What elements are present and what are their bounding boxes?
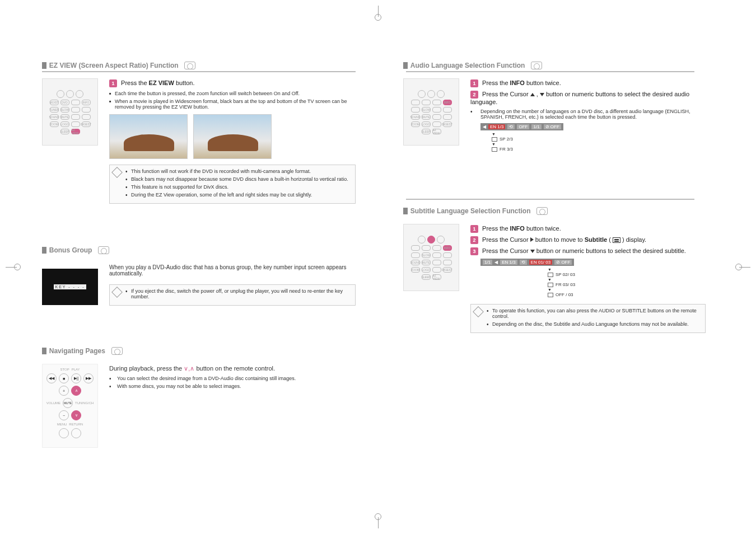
note-icon — [111, 167, 123, 178]
heading-text: Subtitle Language Selection Function — [410, 207, 531, 215]
step-number-icon: 3 — [470, 247, 478, 255]
note-item: If you eject the disc, switch the power … — [125, 288, 351, 299]
info-button-highlight: INFO — [443, 100, 452, 105]
note-box: If you eject the disc, switch the power … — [109, 284, 356, 306]
note-item: During the EZ View operation, some of th… — [125, 192, 351, 198]
step-2: 2 Press the Cursor button to move to Sub… — [470, 236, 706, 244]
heading-text: Bonus Group — [49, 246, 92, 254]
heading-text: Audio Language Selection Function — [410, 62, 525, 69]
section-heading-audio: Audio Language Selection Function — [403, 62, 706, 72]
osd-bar: ◀EN 1/3⟲OFF1/1⊘ OFF — [480, 123, 563, 130]
step-2: 2 Press the Cursor , button or numeric b… — [470, 91, 706, 105]
note-icon — [473, 306, 484, 317]
step-1: 1 Press the EZ VIEW button. — [109, 79, 356, 87]
screenshot-before — [109, 114, 188, 159]
note-item: This function will not work if the DVD i… — [125, 168, 351, 174]
subtitle-icon — [548, 283, 553, 287]
nav-instruction: During playback, press the ∨,∧ button on… — [109, 365, 356, 372]
example-images — [109, 114, 356, 159]
sub-text: With some discs, you may not be able to … — [109, 383, 356, 389]
note-item: To operate this function, you can also p… — [487, 308, 701, 319]
disc-badge-icon — [531, 62, 542, 69]
sub-text: Depending on the number of languages on … — [470, 109, 706, 120]
step-1: 1 Press the INFO button twice. — [470, 225, 706, 233]
remote-thumbnail: MO/STDVDINFO TUNERSLOW SOUNDMUTE ZOOMLOG… — [42, 78, 98, 146]
heading-text: Navigating Pages — [49, 347, 105, 355]
bullet-item: Each time the button is pressed, the zoo… — [109, 91, 356, 96]
cursor-down-icon — [540, 93, 544, 96]
step-3: 3 Press the Cursor button or numeric but… — [470, 247, 706, 255]
step-number-icon: 1 — [470, 79, 478, 87]
step-1: 1 Press the INFO button twice. — [470, 79, 706, 87]
note-item: Black bars may not disappear because som… — [125, 176, 351, 182]
ezview-button-highlight: EZ VIEW — [71, 129, 80, 134]
section-heading-nav: Navigating Pages — [42, 347, 356, 357]
nav-up-highlight: ∧ — [71, 386, 81, 396]
note-box: This function will not work if the DVD i… — [109, 165, 356, 204]
disc-badge-icon — [111, 347, 123, 355]
info-button-highlight: INFO — [443, 245, 452, 251]
screenshot-after — [193, 114, 272, 159]
remote-thumbnail: INFO SLOW SOUNDMUTE ZOOMLOGODIGEST SLEEP… — [403, 224, 459, 291]
step-number-icon: 2 — [470, 236, 478, 244]
section-heading-bonus: Bonus Group — [42, 246, 356, 256]
audio-icon — [492, 137, 497, 142]
step-number-icon: 1 — [470, 225, 478, 233]
cursor-up-icon — [530, 93, 535, 96]
heading-text: EZ VIEW (Screen Aspect Ratio) Function — [49, 62, 179, 69]
step-number-icon: 1 — [109, 79, 117, 87]
section-heading-ezview: EZ VIEW (Screen Aspect Ratio) Function — [42, 62, 356, 72]
note-item: Depending on the disc, the Subtitle and … — [487, 321, 701, 327]
cursor-button-highlight — [427, 236, 435, 243]
remote-thumbnail: INFO SLOW SOUNDMUTE ZOOMLOGODIGEST SLEEP… — [403, 78, 459, 146]
osd-list: ▼ SP 2/3 ▼ FR 3/3 — [492, 132, 706, 152]
body-text: When you play a DVD-Audio disc that has … — [109, 264, 356, 277]
note-box: To operate this function, you can also p… — [470, 304, 706, 333]
section-heading-subtitle: Subtitle Language Selection Function — [403, 207, 706, 217]
note-item: This feature is not supported for DivX d… — [125, 184, 351, 190]
sub-text: You can select the desired image from a … — [109, 376, 356, 381]
nav-down-highlight: ∨ — [71, 410, 81, 420]
audio-icon — [492, 147, 497, 152]
osd-bar: 1/1◀EN 1/3⟲EN 01/ 03⊘ OFF — [480, 259, 574, 266]
subtitle-icon — [548, 273, 553, 277]
disc-badge-icon — [184, 62, 195, 69]
note-icon — [111, 287, 123, 298]
cursor-down-icon — [530, 250, 535, 253]
remote-nav-thumbnail: STOPPLAY ◀◀■▶||▶▶ +∧ VOLUMEMUTETUNING/CH… — [42, 364, 98, 448]
bonus-key-screen: KEY - - - - — [42, 269, 98, 305]
osd-list: ▼ SP 02/ 03 ▼ FR 03/ 03 ▼ OFF / 03 — [548, 268, 706, 297]
disc-badge-icon — [536, 207, 548, 215]
subtitle-icon — [548, 293, 553, 297]
disc-badge-icon — [98, 246, 109, 254]
step-number-icon: 2 — [470, 91, 478, 99]
key-input-display: KEY - - - - — [54, 284, 87, 289]
osd-selected: EN 1/3 — [488, 124, 505, 129]
subtitle-display-icon — [613, 237, 620, 243]
bullet-item: When a movie is played in Widescreen for… — [109, 99, 356, 110]
osd-selected: EN 01/ 03 — [529, 260, 553, 265]
